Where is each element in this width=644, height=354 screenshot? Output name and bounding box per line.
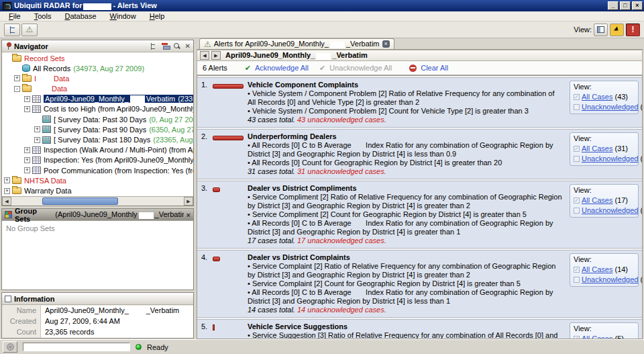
alerts-toolbar: 6 Alerts ✔ Acknowledge All ✔ Unacknowled… <box>197 61 643 75</box>
menu-database[interactable]: Database <box>58 11 102 21</box>
expand-icon[interactable]: + <box>24 147 30 153</box>
tab-alerts[interactable]: ⚠ Alerts for April09-June09_Monthly__Ver… <box>199 38 394 49</box>
checkbox[interactable]: ✓ <box>574 146 580 152</box>
checkbox[interactable] <box>574 277 580 283</box>
alert-number: 2. <box>201 132 213 176</box>
back-button[interactable]: ◀ <box>200 51 209 60</box>
alert-title: Vehicle Component Complaints <box>248 81 564 89</box>
case-count: (14) <box>640 275 643 283</box>
checkbox[interactable] <box>574 156 580 162</box>
expand-icon[interactable]: + <box>24 96 30 102</box>
scroll-thumb[interactable] <box>42 197 118 205</box>
tree-item[interactable]: +Cost is too High (from April09-June09_M… <box>2 104 193 114</box>
all-cases-link[interactable]: All Cases <box>582 265 612 273</box>
show-navigator-button[interactable] <box>4 24 20 36</box>
expand-icon[interactable]: + <box>34 126 40 132</box>
tab-close-icon[interactable]: × <box>382 40 390 48</box>
all-cases-link[interactable]: All Cases <box>582 196 612 204</box>
all-cases-link[interactable]: All Cases <box>582 93 612 101</box>
horizontal-scrollbar[interactable]: ◀ ▶ <box>2 196 193 206</box>
menu-file[interactable]: File <box>3 11 27 21</box>
tree-item[interactable]: +[ Survey Data: Past 90 Days(6350, Aug 2… <box>2 124 193 134</box>
scroll-left-arrow[interactable]: ◀ <box>2 197 11 206</box>
view-label: View: <box>574 255 635 263</box>
tree-item[interactable]: +Inspection (Walk Around / Multi-Point) … <box>2 145 193 155</box>
unacknowledged-cases: 17 unacknowledged cases. <box>297 236 386 245</box>
alert-item: 5.Vehicle Service SuggestionsService Sug… <box>197 319 642 339</box>
tree-item[interactable]: +Warranty Data <box>2 185 193 195</box>
expand-icon[interactable]: + <box>34 137 40 143</box>
tree-item[interactable]: +[ Survey Data: Past 180 Days(23365, Aug… <box>2 135 193 145</box>
collapse-icon[interactable]: ✕ <box>185 42 191 50</box>
close-button[interactable]: × <box>632 1 643 10</box>
expand-icon[interactable]: + <box>24 157 30 163</box>
expand-icon[interactable]: + <box>24 167 30 173</box>
exclamation-icon: ! <box>632 26 635 34</box>
search-icon[interactable] <box>174 43 180 50</box>
alert-summary: 31 cases total. 31 unacknowledged cases. <box>248 167 564 176</box>
checkbox[interactable]: ✓ <box>574 267 580 273</box>
unacknowledged-cases: 43 unacknowledged cases. <box>297 116 386 124</box>
alert-view-box: View:✓All Cases(5)Unacknowledged(5) <box>570 322 639 339</box>
checkbox[interactable]: ✓ <box>574 197 580 204</box>
menu-help[interactable]: Help <box>144 11 171 21</box>
unacknowledge-all-button[interactable]: Unacknowledge All <box>329 64 392 72</box>
expand-icon[interactable]: + <box>4 188 10 194</box>
clear-all-button[interactable]: Clear All <box>421 64 448 72</box>
restore-button[interactable]: □ <box>620 1 631 10</box>
tree-item[interactable]: +Poor Communication (from Inspection: Ye… <box>2 165 193 175</box>
checkbox[interactable]: ✓ <box>574 94 580 100</box>
tree-item[interactable]: +NHTSA Data <box>2 175 193 185</box>
stop-button[interactable]: × <box>3 341 17 353</box>
alert-title: Vehicle Service Suggestions <box>248 322 564 330</box>
tree-item[interactable]: -Data <box>2 84 193 94</box>
menu-window[interactable]: Window <box>104 11 142 21</box>
alert-view-box: View:✓All Cases(17)Unacknowledged(17) <box>570 184 639 218</box>
case-count: (17) <box>640 206 643 214</box>
unacknowledged-link[interactable]: Unacknowledged <box>582 154 638 163</box>
tree-mode-icon[interactable] <box>150 43 157 50</box>
expand-icon[interactable]: + <box>4 177 10 183</box>
tree-item[interactable]: All Records(34973, Aug 27 2009) <box>2 63 193 73</box>
all-cases-link[interactable]: All Cases <box>582 144 612 152</box>
alert-number: 5. <box>201 322 213 339</box>
expand-icon[interactable]: + <box>14 75 20 81</box>
tree-item[interactable]: Record Sets <box>2 53 193 63</box>
tree-item-label: Record Sets <box>24 54 65 62</box>
menu-tools[interactable]: Tools <box>28 11 58 21</box>
redacted-text <box>316 53 331 60</box>
redacted-text <box>130 95 145 103</box>
unacknowledged-link[interactable]: Unacknowledged <box>582 275 638 283</box>
checkbox[interactable] <box>574 104 580 110</box>
tree-item[interactable]: +Inspection: Yes (from April09-June09_Mo… <box>2 155 193 165</box>
forward-button[interactable]: ▶ <box>211 51 221 60</box>
unacknowledged-link[interactable]: Unacknowledged <box>582 103 638 111</box>
clear-icon <box>409 64 417 72</box>
expand-icon[interactable]: + <box>24 106 30 112</box>
record-set-icon <box>32 157 41 164</box>
cases-total: 31 cases total. <box>248 167 297 175</box>
panel-view-button[interactable] <box>594 24 608 36</box>
alerts-navbar: ◀ ▶ April09-June09_Monthly__Verbatim <box>197 50 643 61</box>
layers-icon[interactable] <box>162 43 169 49</box>
alert-condition: All Records [0] C to B Average Index Rat… <box>248 141 564 159</box>
acknowledge-all-button[interactable]: Acknowledge All <box>255 64 309 72</box>
radar-view-button[interactable] <box>610 24 624 36</box>
tree-item-label: [ Survey Data: Past 180 Days(23365, Aug … <box>54 136 193 144</box>
close-panel-icon[interactable]: × <box>186 211 191 219</box>
tree-item[interactable]: +IData <box>2 73 193 83</box>
minimize-button[interactable]: _ <box>608 1 619 10</box>
tree-item[interactable]: [ Survey Data: Past 30 Days(0, Aug 27 20… <box>2 114 193 124</box>
alerts-view-button[interactable]: ! <box>626 24 640 36</box>
severity-bar-icon <box>213 324 215 330</box>
case-count: (5) <box>614 335 623 339</box>
scroll-right-arrow[interactable]: ▶ <box>184 197 193 206</box>
all-cases-link[interactable]: All Cases <box>582 335 612 339</box>
collapse-node-icon[interactable]: - <box>14 86 20 92</box>
unacknowledged-link[interactable]: Unacknowledged <box>582 206 638 214</box>
app-icon <box>3 2 11 10</box>
checkbox[interactable] <box>574 208 580 214</box>
tree-item[interactable]: +April09-June09_Monthly_Verbatim(23365, … <box>2 94 193 104</box>
record-set-icon <box>32 146 41 154</box>
show-alerts-button[interactable]: ⚠ <box>21 24 38 36</box>
